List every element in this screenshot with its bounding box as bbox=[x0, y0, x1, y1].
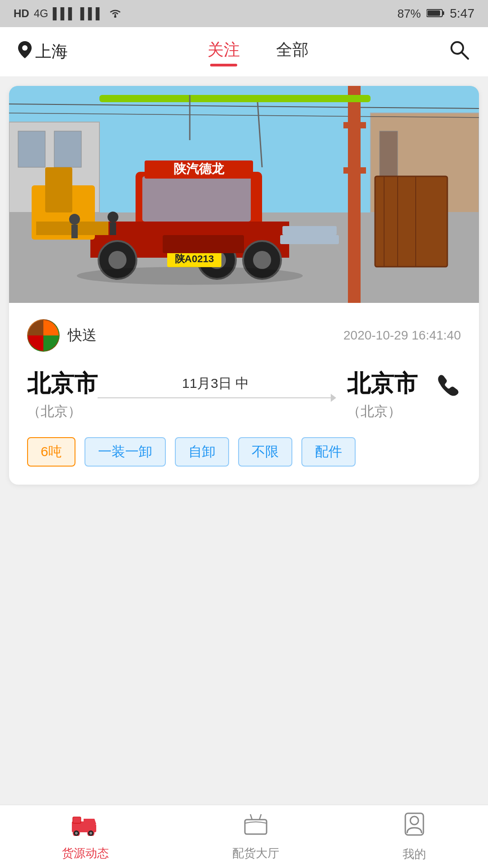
tag-cargo: 配件 bbox=[301, 437, 356, 467]
avatar bbox=[27, 319, 60, 352]
route-origin: 北京市 （北京） bbox=[27, 368, 98, 421]
battery-percentage: 87% bbox=[397, 7, 421, 21]
svg-rect-37 bbox=[45, 167, 72, 212]
dest-sub: （北京） bbox=[347, 402, 418, 421]
svg-rect-18 bbox=[343, 167, 366, 174]
route-line bbox=[98, 397, 333, 398]
freight-card: 陕A0213 陕汽德龙 bbox=[9, 86, 479, 485]
origin-city: 北京市 bbox=[27, 368, 98, 400]
svg-rect-3 bbox=[427, 10, 440, 16]
svg-text:陕A0213: 陕A0213 bbox=[175, 253, 214, 264]
svg-point-4 bbox=[22, 45, 28, 51]
route-arrow bbox=[331, 394, 336, 402]
svg-rect-2 bbox=[442, 11, 444, 15]
svg-rect-23 bbox=[142, 176, 251, 222]
svg-marker-52 bbox=[84, 819, 96, 824]
svg-point-28 bbox=[253, 251, 271, 269]
tags-row: 6吨 一装一卸 自卸 不限 配件 bbox=[27, 437, 461, 467]
dispatch-icon bbox=[243, 812, 268, 842]
wifi-icon bbox=[108, 7, 122, 21]
svg-point-45 bbox=[108, 212, 118, 222]
network-icon: 4G bbox=[34, 7, 48, 20]
dest-city: 北京市 bbox=[347, 368, 418, 400]
card-user: 快送 bbox=[27, 319, 97, 352]
svg-rect-35 bbox=[163, 235, 244, 253]
location-pin-icon bbox=[18, 41, 32, 62]
status-left-icons: HD 4G ▌▌▌ ▌▌▌ bbox=[14, 7, 122, 21]
header: 上海 关注 全部 bbox=[0, 27, 488, 77]
status-bar: HD 4G ▌▌▌ ▌▌▌ 87% 5:47 bbox=[0, 0, 488, 27]
header-tabs: 关注 全部 bbox=[207, 39, 309, 65]
svg-rect-44 bbox=[71, 225, 78, 238]
signal2-icon: ▌▌▌ bbox=[80, 7, 103, 20]
svg-rect-39 bbox=[375, 176, 447, 267]
svg-rect-11 bbox=[54, 131, 81, 167]
tag-unload: 自卸 bbox=[175, 437, 229, 467]
svg-line-60 bbox=[259, 814, 261, 820]
mine-label: 我的 bbox=[403, 846, 426, 862]
username: 快送 bbox=[68, 326, 97, 345]
route-row: 北京市 （北京） 11月3日 中 北京市 （北京） bbox=[27, 368, 461, 421]
route-middle: 11月3日 中 bbox=[98, 368, 333, 398]
main-content: 陕A0213 陕汽德龙 bbox=[0, 77, 488, 494]
svg-rect-57 bbox=[73, 817, 81, 823]
svg-rect-19 bbox=[99, 95, 371, 102]
hd-icon: HD bbox=[14, 7, 29, 20]
svg-point-43 bbox=[69, 214, 80, 225]
phone-button[interactable] bbox=[436, 368, 461, 404]
card-header: 快送 2020-10-29 16:41:40 bbox=[27, 319, 461, 352]
svg-point-26 bbox=[108, 251, 127, 269]
post-datetime: 2020-10-29 16:41:40 bbox=[343, 328, 461, 343]
tag-load: 一装一卸 bbox=[84, 437, 166, 467]
route-date: 11月3日 中 bbox=[182, 374, 249, 393]
svg-point-47 bbox=[77, 267, 303, 285]
tab-mine[interactable]: 我的 bbox=[403, 811, 426, 862]
svg-text:陕汽德龙: 陕汽德龙 bbox=[174, 162, 225, 176]
svg-rect-17 bbox=[343, 122, 366, 128]
svg-rect-10 bbox=[18, 131, 45, 167]
svg-rect-49 bbox=[282, 226, 337, 235]
svg-line-6 bbox=[462, 52, 468, 59]
tab-follow[interactable]: 关注 bbox=[207, 39, 240, 65]
svg-rect-48 bbox=[280, 235, 339, 244]
truck-image: 陕A0213 陕汽德龙 bbox=[9, 86, 479, 303]
svg-rect-46 bbox=[110, 222, 116, 235]
freight-icon bbox=[71, 812, 100, 842]
svg-line-59 bbox=[250, 814, 252, 820]
avatar-inner bbox=[28, 320, 59, 351]
location-area[interactable]: 上海 bbox=[18, 41, 68, 63]
svg-point-0 bbox=[114, 15, 116, 18]
route-dest: 北京市 （北京） bbox=[347, 368, 418, 421]
dispatch-label: 配货大厅 bbox=[232, 845, 279, 861]
svg-point-62 bbox=[410, 816, 418, 825]
tab-dispatch[interactable]: 配货大厅 bbox=[232, 812, 279, 861]
svg-rect-13 bbox=[380, 131, 398, 176]
mine-icon bbox=[404, 811, 425, 843]
search-button[interactable] bbox=[448, 39, 470, 65]
origin-sub: （北京） bbox=[27, 402, 98, 421]
svg-point-54 bbox=[75, 832, 78, 835]
card-info: 快送 2020-10-29 16:41:40 北京市 （北京） 11月3日 中 … bbox=[9, 303, 479, 485]
svg-point-56 bbox=[89, 832, 92, 835]
tab-all[interactable]: 全部 bbox=[276, 39, 309, 65]
location-label: 上海 bbox=[35, 41, 68, 63]
svg-rect-16 bbox=[348, 86, 361, 303]
battery-icon bbox=[427, 7, 445, 21]
tag-weight: 6吨 bbox=[27, 437, 75, 467]
time: 5:47 bbox=[450, 6, 475, 21]
status-right-icons: 87% 5:47 bbox=[397, 6, 474, 21]
tag-limit: 不限 bbox=[238, 437, 292, 467]
tab-freight[interactable]: 货源动态 bbox=[62, 812, 109, 861]
bottom-tab-bar: 货源动态 配货大厅 我的 bbox=[0, 805, 488, 868]
signal-icon: ▌▌▌ bbox=[53, 7, 76, 20]
freight-label: 货源动态 bbox=[62, 845, 109, 861]
